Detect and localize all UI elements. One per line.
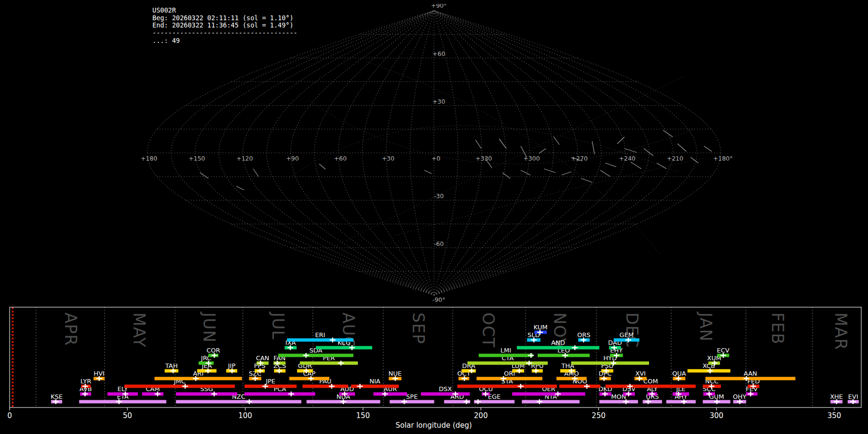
shower-label: EVI [848, 393, 858, 400]
shower-label: ERI [315, 331, 325, 339]
x-tick-label: 350 [827, 411, 841, 420]
shower-EVI: EVI [848, 393, 859, 404]
month-label: JUL [269, 312, 287, 340]
month-label: DEC [623, 312, 641, 348]
meteor-streak [475, 140, 481, 149]
shower-ECV: ECV [717, 347, 730, 358]
meteor-station-screen: US002R Beg: 20260322 02:11:11 (sol = 1.1… [0, 0, 868, 434]
meteor-streak [663, 130, 673, 137]
longitude-label: +90 [286, 155, 298, 162]
shower-label: AND [551, 339, 565, 346]
shower-bar [124, 385, 235, 388]
shower-label: ORS [577, 331, 591, 339]
shower-HVI: HVI [94, 370, 105, 381]
shower-QUA: QUA [672, 370, 686, 381]
shower-COR: COR [206, 347, 220, 358]
shower-label: TAH [165, 362, 178, 369]
fov-arcs [289, 62, 704, 255]
meridian-line [219, 11, 434, 295]
meteor-streak [631, 162, 641, 169]
longitude-label: +150 [189, 155, 205, 162]
fov-arc [309, 100, 694, 164]
latitude-label: -90° [433, 296, 446, 303]
shower-XVI: XVI [635, 370, 647, 381]
meteor-streak [600, 170, 610, 176]
shower-label: OHY [733, 393, 746, 400]
shower-label: AAN [744, 370, 757, 377]
meteor-streak [319, 164, 326, 169]
shower-LYR: LYR [81, 378, 92, 389]
meteor-streak [581, 178, 592, 182]
shower-label: KSE [51, 393, 63, 400]
meteor-streak [704, 146, 712, 151]
shower-bar [476, 377, 542, 380]
meteor-streak [499, 139, 506, 149]
shower-label: ECV [717, 347, 730, 354]
shower-bar [467, 362, 548, 365]
shower-bar [512, 393, 585, 396]
fov-arc [366, 62, 661, 255]
shower-KSE: KSE [51, 393, 63, 404]
shower-label: JIP [228, 362, 236, 369]
meteor-streak [691, 157, 698, 163]
meteor-streak [424, 170, 432, 174]
shower-label: NUE [389, 370, 402, 377]
longitude-label: +300 [523, 155, 540, 162]
meteor-streak [521, 170, 530, 175]
shower-bar [244, 385, 297, 388]
x-axis: 050100150200250300350 [7, 407, 841, 420]
longitude-label: +0 [432, 155, 440, 162]
shower-NUE: NUE [389, 370, 402, 381]
meteor-streak [539, 149, 546, 153]
shower-bar [244, 393, 315, 396]
meteor-streak [562, 172, 571, 175]
shower-label: QUA [672, 370, 686, 377]
x-tick-label: 100 [238, 411, 252, 420]
month-label: JAN [696, 312, 715, 342]
meteor-streak [502, 173, 510, 178]
shower-TAH: TAH [164, 362, 178, 373]
month-label: MAR [831, 312, 850, 350]
longitude-label: +120 [236, 155, 253, 162]
map-labels: +180+150+120+90+60+30+0+330+300+270+240+… [141, 4, 732, 303]
longitude-label: +180 [141, 155, 157, 162]
x-tick-label: 300 [709, 411, 723, 420]
meteor-streak [554, 136, 559, 145]
month-label: FEB [768, 312, 787, 345]
longitude-label: +270 [571, 155, 587, 162]
meteor-streak [678, 144, 686, 151]
shower-label: SPE [406, 393, 418, 400]
month-labels: APRMAYJUNJULAUGSEPOCTNOVDECJANFEBMAR [61, 312, 850, 350]
longitude-label: +240 [619, 155, 635, 162]
meteor-streak [592, 141, 595, 154]
x-tick-label: 150 [356, 411, 370, 420]
sky-map: +180+150+120+90+60+30+0+330+300+270+240+… [135, 4, 738, 310]
shower-bar [300, 362, 358, 365]
shower-label: CAN [256, 354, 270, 362]
shower-bar [302, 385, 348, 388]
shower-bar [556, 377, 587, 380]
meteor-streak [657, 163, 666, 169]
shower-label: COR [206, 347, 220, 354]
shower-bar [373, 393, 407, 396]
longitude-label: +60 [334, 155, 346, 162]
shower-bar [571, 362, 649, 365]
meteor-streak [200, 173, 208, 178]
activity-chart: APRMAYJUNJULAUGSEPOCTNOVDECJANFEBMARKSEE… [0, 304, 868, 434]
shower-label: LYR [81, 378, 92, 385]
meteor-streak [236, 186, 244, 190]
meridian-line [171, 11, 434, 295]
shower-bar [599, 400, 638, 404]
longitude-label: +30 [382, 155, 394, 162]
meridian-line [434, 11, 697, 295]
longitude-label: +210 [667, 155, 683, 162]
shower-label: GEM [620, 331, 634, 339]
x-tick-label: 200 [474, 411, 488, 420]
shower-bar [287, 339, 353, 342]
shower-JIP: JIP [226, 362, 237, 373]
longitude-label: +330 [475, 155, 492, 162]
shower-bar [176, 400, 301, 404]
shower-label: HVI [94, 370, 105, 377]
shower-bar [479, 354, 533, 357]
shower-bar [278, 354, 353, 357]
